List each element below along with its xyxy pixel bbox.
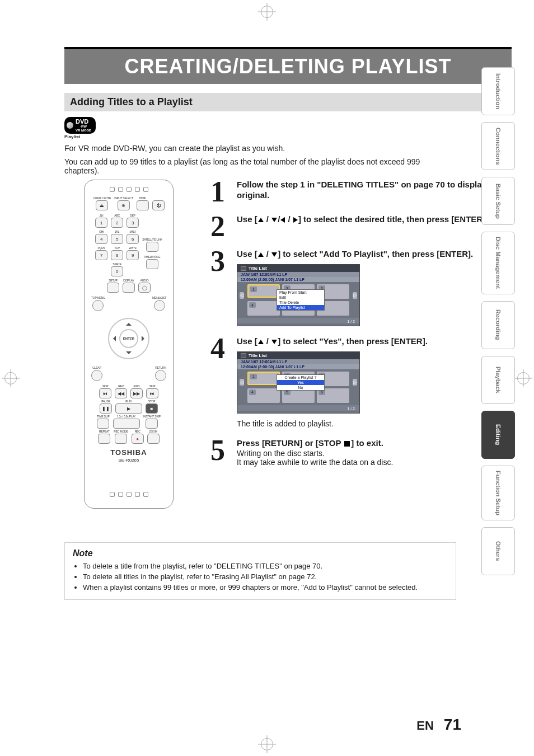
remote-btn-skip-fwd[interactable]: ⏭ <box>146 388 158 398</box>
remote-btn-recmode[interactable] <box>115 434 127 444</box>
remote-btn-return[interactable] <box>155 370 166 381</box>
remote-key-9[interactable]: 9 <box>127 250 139 260</box>
remote-btn-pause[interactable]: ❚❚ <box>100 403 112 414</box>
remote-key-0[interactable]: 0 <box>111 266 123 276</box>
osd-confirm-question: Create a Playlist ? <box>277 375 324 380</box>
remote-logo: TOSHIBA <box>89 448 168 457</box>
step-2-text: Use [ / / / ] to select the desired titl… <box>237 214 512 225</box>
step-1: 1 Follow the step 1 in "DELETING TITLES"… <box>207 180 512 204</box>
remote-btn-skip-back[interactable]: ⏮ <box>99 388 111 398</box>
tab-disc-management[interactable]: Disc Management <box>481 232 515 294</box>
remote-label-satellite: SATELLITE LINK <box>142 238 162 241</box>
remote-label-hdmi: HDMI <box>139 196 146 200</box>
remote-btn-display[interactable] <box>123 283 135 293</box>
osd-prev-icon: ◁ <box>240 379 244 386</box>
remote-btn-hdmi[interactable] <box>137 200 149 210</box>
step-list: 1 Follow the step 1 in "DELETING TITLES"… <box>207 180 512 509</box>
remote-btn-audio[interactable]: ◯ <box>138 283 151 293</box>
remote-btn-rec[interactable]: ● <box>132 434 144 444</box>
remote-btn-repeat[interactable] <box>98 434 110 444</box>
note-item: When a playlist contains 99 titles or mo… <box>83 583 448 591</box>
osd-menu-add-to-playlist: Add To Playlist <box>277 305 324 310</box>
footer-page-number: 71 <box>444 716 461 734</box>
remote-btn-instantskip[interactable] <box>146 419 158 429</box>
tab-playback[interactable]: Playback <box>481 356 515 404</box>
down-arrow-icon <box>271 252 277 257</box>
osd-info-line1: JAN/ 1/07 12:00AM L1 LP <box>237 359 359 364</box>
section-heading: Adding Titles to a Playlist <box>64 93 512 111</box>
remote-btn-power[interactable]: ⏻ <box>152 200 165 210</box>
up-arrow-icon <box>258 340 264 344</box>
tab-editing[interactable]: Editing <box>481 411 515 459</box>
osd-info-line2: 12:00AM (2:00:00) JAN/ 1/07 L1 LP <box>237 277 359 282</box>
step-4-result: The title is added to playlist. <box>237 419 512 428</box>
remote-btn-speedplay[interactable] <box>113 419 140 429</box>
remote-key-6[interactable]: 6 <box>127 234 139 244</box>
remote-key-7[interactable]: 7 <box>95 250 107 260</box>
step-5-body-1: Writing on the disc starts. <box>237 449 512 458</box>
remote-btn-fwd[interactable]: ▶▶ <box>130 388 143 398</box>
remote-btn-input-select[interactable]: ⊕ <box>118 200 130 210</box>
remote-key-8[interactable]: 8 <box>111 250 123 260</box>
tab-basic-setup[interactable]: Basic Setup <box>481 177 515 225</box>
remote-btn-stop[interactable]: ■ <box>146 403 158 414</box>
registration-mark-right <box>517 372 530 384</box>
page-title: CREATING/DELETING PLAYLIST <box>64 47 512 84</box>
section-tabs: Introduction Connections Basic Setup Dis… <box>481 67 515 575</box>
remote-dpad[interactable]: ENTER <box>104 313 154 364</box>
remote-btn-play[interactable]: ▶ <box>115 403 142 414</box>
remote-label-input-select: INPUT SELECT <box>114 196 133 200</box>
remote-illustration: OPEN/ CLOSE⏏ INPUT SELECT⊕ HDMI ⏻ .@/:1 … <box>64 180 193 509</box>
down-arrow-icon <box>271 340 277 344</box>
remote-key-5[interactable]: 5 <box>111 234 123 244</box>
badge-main: DVD <box>76 118 88 125</box>
intro-paragraph-1: For VR mode DVD-RW, you can create the p… <box>64 144 456 153</box>
remote-btn-timeslip[interactable] <box>97 419 109 429</box>
remote-label-setup: SETUP <box>109 279 118 282</box>
badge-sub2: VR MODE <box>76 129 91 133</box>
osd-option-yes: Yes <box>277 380 324 385</box>
osd-next-icon: ▷ <box>353 292 357 299</box>
remote-btn-satellite[interactable] <box>146 242 158 252</box>
remote-btn-setup[interactable] <box>107 283 119 293</box>
up-arrow-icon <box>258 252 264 257</box>
dpad-up-icon <box>126 320 132 326</box>
remote-btn-menulist[interactable] <box>154 300 165 311</box>
step-number: 5 <box>207 438 229 467</box>
remote-label-timer: TIMER PROG. <box>144 255 161 259</box>
remote-label-menulist: MENU/LIST <box>152 296 166 299</box>
remote-btn-timer[interactable] <box>146 259 158 269</box>
osd-prev-icon: ◁ <box>240 292 244 299</box>
tab-recording[interactable]: Recording <box>481 301 515 349</box>
note-item: To delete all titles in the playlist, re… <box>83 572 448 581</box>
step-5-title: Press [RETURN] or [STOP ] to exit. <box>237 438 512 449</box>
remote-keypad: .@/:1 ABC2 DEF3 GHI4 JKL5 MNO6 PQRS7 TUV… <box>95 214 139 276</box>
remote-btn-open-close[interactable]: ⏏ <box>96 200 108 210</box>
step-5-body-2: It may take awhile to write the data on … <box>237 458 512 467</box>
remote-key-4[interactable]: 4 <box>95 234 107 244</box>
remote-label-display: DISPLAY <box>123 279 134 282</box>
tab-connections[interactable]: Connections <box>481 122 515 170</box>
remote-btn-rev[interactable]: ◀◀ <box>115 388 127 398</box>
osd-context-menu: Play From Start Edit Title Delete Add To… <box>277 289 325 311</box>
step-4: 4 Use [ / ] to select "Yes", then press … <box>207 336 512 428</box>
osd-menu-title-delete: Title Delete <box>277 300 324 305</box>
tab-function-setup[interactable]: Function Setup <box>481 466 515 520</box>
remote-label-topmenu: TOP MENU <box>91 296 105 299</box>
remote-label-audio: AUDIO <box>140 279 149 282</box>
remote-key-2[interactable]: 2 <box>111 218 123 228</box>
remote-key-1[interactable]: 1 <box>95 218 107 228</box>
stop-icon <box>344 441 350 447</box>
page-footer: EN 71 <box>416 716 461 734</box>
tab-introduction[interactable]: Introduction <box>481 67 515 115</box>
remote-key-3[interactable]: 3 <box>127 218 139 228</box>
tab-others[interactable]: Others <box>481 527 515 575</box>
note-item: To delete a title from the playlist, ref… <box>83 562 448 570</box>
dpad-down-icon <box>126 351 132 357</box>
step-number: 2 <box>207 214 229 239</box>
osd-option-no: No <box>277 385 324 390</box>
remote-btn-enter[interactable]: ENTER <box>119 329 138 348</box>
remote-btn-zoom[interactable] <box>147 434 160 444</box>
remote-btn-topmenu[interactable] <box>92 300 104 311</box>
remote-btn-clear[interactable] <box>91 370 102 381</box>
